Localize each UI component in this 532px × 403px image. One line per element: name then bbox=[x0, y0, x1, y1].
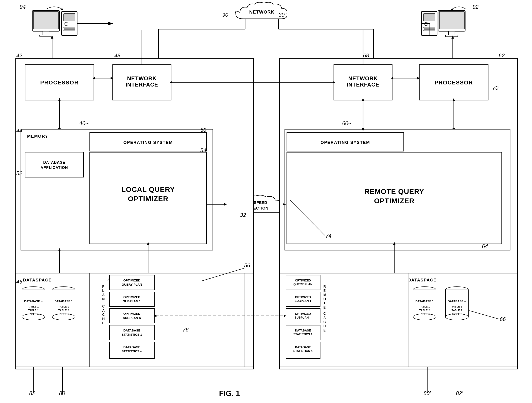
svg-text:OPTIMIZED: OPTIMIZED bbox=[123, 295, 140, 299]
svg-text:76: 76 bbox=[183, 327, 189, 333]
svg-text:TABLE n: TABLE n bbox=[28, 312, 38, 316]
svg-text:42: 42 bbox=[16, 52, 22, 59]
svg-text:STATISTICS n: STATISTICS n bbox=[293, 349, 312, 353]
svg-text:INTERFACE: INTERFACE bbox=[347, 81, 379, 88]
svg-text:STATISTICS 1: STATISTICS 1 bbox=[122, 333, 142, 336]
svg-text:R: R bbox=[323, 285, 326, 288]
svg-text:32: 32 bbox=[240, 212, 246, 218]
svg-text:REMOTE QUERY: REMOTE QUERY bbox=[364, 187, 424, 195]
svg-rect-3 bbox=[40, 35, 52, 37]
svg-rect-101 bbox=[109, 309, 154, 323]
svg-rect-13 bbox=[424, 30, 435, 31]
svg-text:82: 82 bbox=[29, 390, 35, 396]
svg-text:OPTIMIZER: OPTIMIZER bbox=[374, 197, 415, 205]
svg-rect-1 bbox=[33, 12, 58, 29]
svg-text:DATABASE 1: DATABASE 1 bbox=[54, 300, 73, 303]
svg-rect-15 bbox=[439, 12, 464, 29]
svg-rect-5 bbox=[64, 13, 75, 21]
svg-text:OPTIMIZED: OPTIMIZED bbox=[123, 279, 140, 282]
svg-text:E: E bbox=[323, 289, 326, 292]
svg-rect-54 bbox=[25, 152, 83, 177]
left-computer bbox=[32, 10, 77, 37]
svg-text:NETWORK: NETWORK bbox=[249, 9, 275, 15]
svg-text:TABLE 1: TABLE 1 bbox=[419, 305, 430, 308]
svg-text:52: 52 bbox=[16, 170, 22, 176]
svg-text:DATABASE n: DATABASE n bbox=[448, 300, 466, 303]
svg-text:QUERY PLAN: QUERY PLAN bbox=[293, 283, 312, 286]
svg-text:DATASPACE: DATASPACE bbox=[408, 278, 437, 282]
svg-text:62: 62 bbox=[499, 52, 505, 59]
svg-rect-12 bbox=[424, 27, 435, 28]
svg-text:TABLE n: TABLE n bbox=[451, 312, 462, 316]
svg-text:L: L bbox=[102, 289, 105, 292]
svg-text:O: O bbox=[323, 297, 326, 301]
diagram: NETWORK HIGH SPEED CONNECTION bbox=[0, 0, 532, 403]
svg-text:FIG. 1: FIG. 1 bbox=[219, 389, 240, 398]
svg-text:H: H bbox=[102, 317, 105, 321]
svg-text:QUERY PLAN: QUERY PLAN bbox=[122, 283, 142, 286]
svg-text:SUBPLAN 1: SUBPLAN 1 bbox=[123, 299, 141, 303]
svg-text:90: 90 bbox=[222, 12, 228, 18]
svg-text:SUBPLAN 1: SUBPLAN 1 bbox=[295, 299, 311, 303]
svg-text:P: P bbox=[102, 285, 105, 288]
svg-text:80': 80' bbox=[424, 390, 431, 396]
svg-rect-104 bbox=[109, 325, 154, 340]
svg-text:PROCESSOR: PROCESSOR bbox=[435, 80, 473, 86]
svg-text:C: C bbox=[323, 320, 326, 324]
svg-text:T: T bbox=[323, 301, 325, 305]
svg-text:NETWORK: NETWORK bbox=[127, 75, 157, 81]
ref-92: 92 bbox=[473, 4, 479, 10]
svg-text:A: A bbox=[102, 309, 105, 312]
svg-text:DATABASE: DATABASE bbox=[123, 345, 140, 349]
svg-text:H: H bbox=[323, 324, 326, 328]
svg-text:N: N bbox=[102, 297, 105, 301]
svg-text:C: C bbox=[323, 312, 326, 316]
svg-text:DATABASE: DATABASE bbox=[123, 329, 140, 332]
svg-text:SUBPLAN n: SUBPLAN n bbox=[295, 316, 311, 319]
svg-text:DATASPACE: DATASPACE bbox=[23, 278, 52, 282]
svg-text:M: M bbox=[323, 293, 326, 297]
svg-text:40~: 40~ bbox=[79, 120, 89, 126]
svg-point-6 bbox=[65, 22, 68, 26]
svg-text:E: E bbox=[102, 321, 105, 325]
svg-text:OPTIMIZED: OPTIMIZED bbox=[295, 279, 311, 282]
svg-text:30: 30 bbox=[279, 12, 285, 18]
svg-text:70: 70 bbox=[492, 85, 498, 91]
svg-text:TABLE 1: TABLE 1 bbox=[451, 305, 462, 308]
svg-text:SUBPLAN n: SUBPLAN n bbox=[123, 316, 141, 320]
svg-rect-8 bbox=[64, 30, 75, 31]
svg-text:82': 82' bbox=[456, 390, 463, 396]
svg-text:APPLICATION: APPLICATION bbox=[40, 166, 68, 170]
svg-text:OPTIMIZER: OPTIMIZER bbox=[128, 195, 168, 203]
svg-text:PROCESSOR: PROCESSOR bbox=[40, 80, 79, 86]
svg-text:50: 50 bbox=[200, 127, 206, 133]
diagram-svg: NETWORK HIGH SPEED CONNECTION bbox=[0, 0, 532, 403]
svg-text:DATABASE: DATABASE bbox=[43, 160, 65, 165]
svg-text:C: C bbox=[102, 305, 105, 308]
svg-text:STATISTICS n: STATISTICS n bbox=[122, 349, 142, 353]
svg-text:E: E bbox=[323, 329, 326, 332]
svg-text:66: 66 bbox=[500, 316, 506, 322]
svg-text:OPTIMIZED: OPTIMIZED bbox=[123, 312, 140, 316]
svg-text:68: 68 bbox=[363, 52, 369, 59]
svg-text:54: 54 bbox=[200, 147, 206, 154]
svg-text:C: C bbox=[102, 313, 105, 316]
svg-text:TABLE n: TABLE n bbox=[419, 312, 430, 316]
svg-text:A: A bbox=[102, 293, 105, 297]
svg-text:OPERATING SYSTEM: OPERATING SYSTEM bbox=[123, 140, 173, 145]
svg-text:NETWORK: NETWORK bbox=[348, 75, 378, 81]
svg-text:MEMORY: MEMORY bbox=[27, 134, 48, 138]
svg-text:DATABASE: DATABASE bbox=[295, 329, 311, 332]
svg-text:74: 74 bbox=[325, 233, 331, 239]
svg-text:TABLE 2: TABLE 2 bbox=[28, 309, 38, 312]
svg-text:46: 46 bbox=[16, 279, 22, 285]
svg-marker-187 bbox=[61, 8, 63, 10]
svg-text:OPTIMIZED: OPTIMIZED bbox=[295, 295, 311, 299]
svg-text:OPTIMIZED: OPTIMIZED bbox=[295, 312, 311, 316]
svg-text:80: 80 bbox=[59, 390, 65, 396]
svg-text:DATABASE: DATABASE bbox=[295, 346, 311, 349]
svg-text:A: A bbox=[323, 316, 326, 320]
svg-text:TABLE 1: TABLE 1 bbox=[28, 305, 38, 308]
svg-text:STATISTICS 1: STATISTICS 1 bbox=[293, 333, 312, 336]
svg-text:E: E bbox=[323, 306, 326, 309]
